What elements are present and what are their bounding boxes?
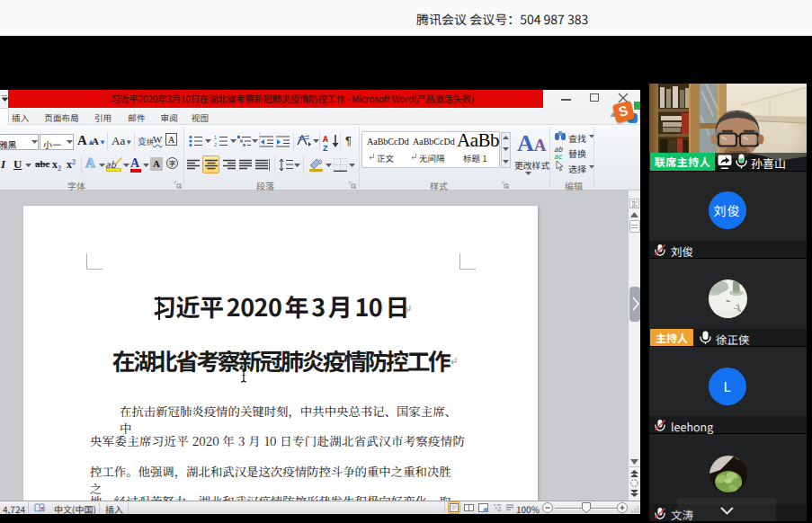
svg-text:2: 2 — [214, 142, 217, 147]
svg-text:1: 1 — [214, 135, 217, 140]
